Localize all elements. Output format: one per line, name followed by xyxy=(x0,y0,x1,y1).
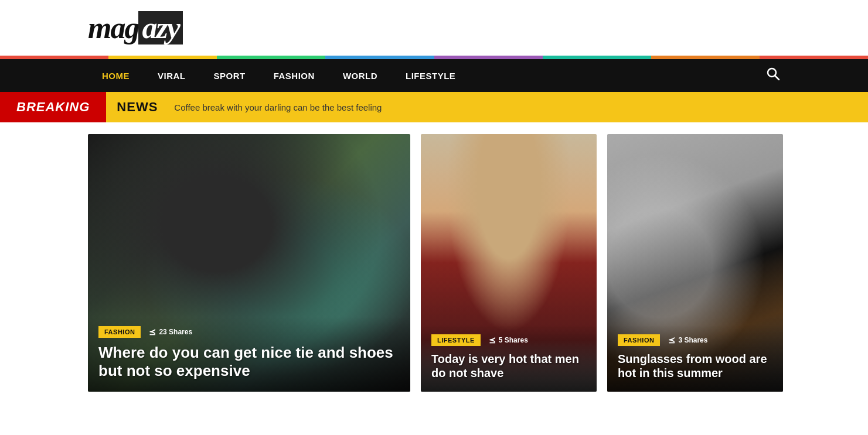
logo-text-part1: mag xyxy=(88,11,138,44)
card-meta-1: FASHION ⪯ 23 Shares xyxy=(98,326,400,338)
card-meta-3: FASHION ⪯ 3 Shares xyxy=(618,334,772,346)
category-badge-fashion-2[interactable]: FASHION xyxy=(618,334,660,346)
card-meta-2: LIFESTYLE ⪯ 5 Shares xyxy=(431,334,586,346)
share-icon-2: ⪯ xyxy=(489,335,496,345)
nav-links: HOME VIRAL SPORT FASHION WORLD LIFESTYLE xyxy=(88,59,766,92)
nav-item-viral[interactable]: VIRAL xyxy=(144,59,200,92)
nav-item-sport[interactable]: SPORT xyxy=(200,59,260,92)
nav: HOME VIRAL SPORT FASHION WORLD LIFESTYLE xyxy=(0,59,868,92)
article-card-1[interactable]: FASHION ⪯ 23 Shares Where do you can get… xyxy=(88,134,410,392)
card-title-1: Where do you can get nice tie and shoes … xyxy=(98,344,400,380)
card-title-2: Today is very hot that men do not shave xyxy=(431,352,586,380)
shares-count-3: 3 Shares xyxy=(678,336,707,344)
nav-item-fashion[interactable]: FASHION xyxy=(260,59,329,92)
share-icon-1: ⪯ xyxy=(149,327,156,337)
article-card-2[interactable]: LIFESTYLE ⪯ 5 Shares Today is very hot t… xyxy=(421,134,597,392)
category-badge-lifestyle[interactable]: LIFESTYLE xyxy=(431,334,481,346)
nav-item-home[interactable]: HOME xyxy=(88,59,144,92)
breaking-label: BREAKING xyxy=(0,92,106,122)
color-bar-segment xyxy=(760,56,868,59)
nav-item-world[interactable]: WORLD xyxy=(329,59,392,92)
breaking-news-bar: BREAKING NEWS Coffee break with your dar… xyxy=(0,92,868,122)
news-label: NEWS xyxy=(106,92,168,122)
shares-info-2: ⪯ 5 Shares xyxy=(489,335,528,345)
share-icon-3: ⪯ xyxy=(668,335,675,345)
shares-count-2: 5 Shares xyxy=(499,336,528,344)
logo-highlight: azy xyxy=(138,11,182,44)
category-badge-fashion[interactable]: FASHION xyxy=(98,326,141,338)
nav-item-lifestyle[interactable]: LIFESTYLE xyxy=(392,59,469,92)
article-card-3[interactable]: FASHION ⪯ 3 Shares Sunglasses from wood … xyxy=(607,134,783,392)
svg-line-1 xyxy=(775,76,779,80)
logo[interactable]: magazy xyxy=(88,11,183,45)
search-icon[interactable] xyxy=(766,67,780,84)
cards-section: FASHION ⪯ 23 Shares Where do you can get… xyxy=(0,122,868,409)
shares-info-1: ⪯ 23 Shares xyxy=(149,327,192,337)
card-title-3: Sunglasses from wood are hot in this sum… xyxy=(618,352,772,380)
header: magazy xyxy=(0,0,868,56)
card-overlay-1: FASHION ⪯ 23 Shares Where do you can get… xyxy=(88,317,410,392)
shares-count-1: 23 Shares xyxy=(159,328,192,336)
card-overlay-2: LIFESTYLE ⪯ 5 Shares Today is very hot t… xyxy=(421,325,597,392)
shares-info-3: ⪯ 3 Shares xyxy=(668,335,707,345)
breaking-ticker-text: Coffee break with your darling can be th… xyxy=(168,102,382,112)
card-overlay-3: FASHION ⪯ 3 Shares Sunglasses from wood … xyxy=(607,325,783,392)
